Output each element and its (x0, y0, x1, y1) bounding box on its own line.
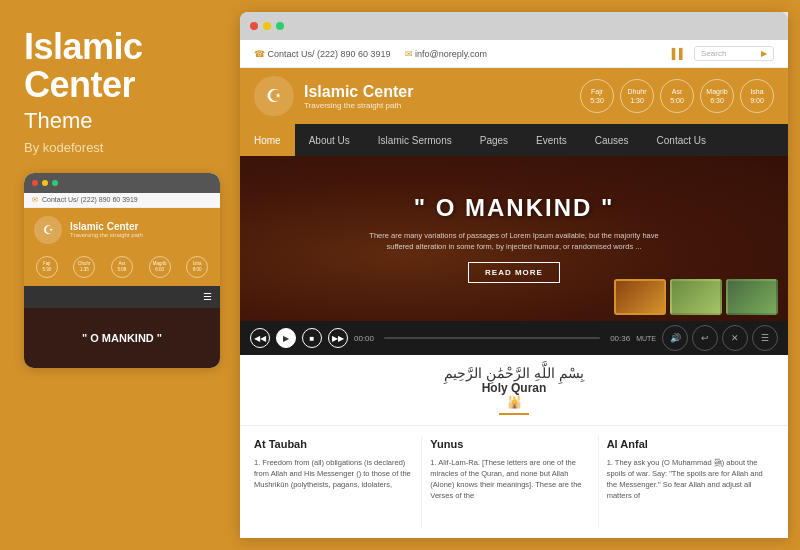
left-title: Islamic Center (24, 28, 216, 104)
search-icon: ▶ (761, 49, 767, 58)
left-subtitle: Theme (24, 108, 216, 134)
mobile-site-name: Islamic Center (70, 221, 143, 232)
audio-close-button[interactable]: ✕ (722, 325, 748, 351)
audio-share-button[interactable]: ↩ (692, 325, 718, 351)
audio-time-start: 00:00 (354, 334, 374, 343)
left-by: By kodeforest (24, 140, 216, 155)
top-bar-left: ☎ Contact Us/ (222) 890 60 3919 ✉ info@n… (254, 49, 487, 59)
mobile-hero: " O MANKIND " (24, 308, 220, 368)
mobile-contact-icon: ✉ (32, 196, 38, 204)
quran-section: بِسْمِ اللَّهِ الرَّحْمَٰنِ الرَّحِيمِ H… (240, 355, 788, 426)
left-panel: Islamic Center Theme By kodeforest ✉ Con… (0, 0, 240, 550)
col-2-text: 1. Alif-Lam-Ra. [These letters are one o… (430, 457, 589, 502)
hero-thumb-3[interactable] (726, 279, 778, 315)
hero-read-more-button[interactable]: READ MORE (468, 262, 560, 283)
mobile-contact-text: Contact Us/ (222) 890 60 3919 (42, 196, 138, 203)
mobile-prayer-isha: Isha8:00 (186, 256, 208, 280)
audio-time-end: 00:36 (610, 334, 630, 343)
audio-stop-button[interactable]: ■ (302, 328, 322, 348)
prayer-magrib: Magrib6:30 (700, 79, 734, 113)
mobile-prayer-magrib: Magrib6:00 (149, 256, 171, 280)
mobile-dot-yellow (42, 180, 48, 186)
quran-underline (499, 413, 529, 415)
nav-sermons[interactable]: Islamic Sermons (364, 124, 466, 156)
mobile-menu-icon: ☰ (203, 291, 212, 302)
content-col-3: Al Anfal 1. They ask you (O Muhammad ﷺ) … (599, 436, 774, 528)
mobile-mockup: ✉ Contact Us/ (222) 890 60 3919 ☪ Islami… (24, 173, 220, 368)
mobile-prayer-times: Fajr5:30 Dhuhr1:35 Asr5:08 Magrib6:00 Is… (24, 252, 220, 286)
nav-causes[interactable]: Causes (581, 124, 643, 156)
audio-next-button[interactable]: ▶▶ (328, 328, 348, 348)
mobile-header: ☪ Islamic Center Traversing the straight… (24, 208, 220, 252)
browser-dot-yellow[interactable] (263, 22, 271, 30)
email-icon: ✉ (405, 49, 413, 59)
mobile-site-info: Islamic Center Traversing the straight p… (70, 221, 143, 238)
mobile-nav-bar: ☰ (24, 286, 220, 308)
col-2-title: Yunus (430, 436, 589, 453)
nav-pages[interactable]: Pages (466, 124, 522, 156)
quran-mosque-icon: 🕌 (250, 395, 778, 409)
col-3-title: Al Anfal (607, 436, 766, 453)
top-bar-email: ✉ info@noreply.com (405, 49, 488, 59)
site-tagline: Traversing the straight path (304, 101, 413, 110)
audio-info-button[interactable]: ☰ (752, 325, 778, 351)
mobile-top-bar (24, 173, 220, 193)
main-nav: Home About Us Islamic Sermons Pages Even… (240, 124, 788, 156)
top-bar-contact: ☎ Contact Us/ (222) 890 60 3919 (254, 49, 391, 59)
browser-chrome (240, 12, 788, 40)
hero-thumb-1[interactable] (614, 279, 666, 315)
mobile-logo: ☪ (34, 216, 62, 244)
col-3-text: 1. They ask you (O Muhammad ﷺ) about the… (607, 457, 766, 502)
mobile-hero-text: " O MANKIND " (82, 332, 162, 344)
hero-thumb-2[interactable] (670, 279, 722, 315)
prayer-fajr: Fajr5:30 (580, 79, 614, 113)
prayer-isha: Isha9:00 (740, 79, 774, 113)
hero-section: " O MANKIND " There are many variations … (240, 156, 788, 321)
mobile-contact-bar: ✉ Contact Us/ (222) 890 60 3919 (24, 193, 220, 208)
search-placeholder: Search (701, 49, 726, 58)
hero-quote: " O MANKIND " (414, 194, 615, 222)
col-1-title: At Taubah (254, 436, 413, 453)
mobile-prayer-dhuhr: Dhuhr1:35 (73, 256, 95, 280)
prayer-asr: Asr5:00 (660, 79, 694, 113)
site-logo: ☪ (254, 76, 294, 116)
mobile-prayer-fajr: Fajr5:30 (36, 256, 58, 280)
col-1-text: 1. Freedom from (all) obligations (is de… (254, 457, 413, 491)
audio-mute-label: MUTE (636, 335, 656, 342)
prayer-dhuhr: Dhuhr1:30 (620, 79, 654, 113)
browser-dot-red[interactable] (250, 22, 258, 30)
content-col-2: Yunus 1. Alif-Lam-Ra. [These letters are… (422, 436, 598, 528)
audio-bar: ◀◀ ▶ ■ ▶▶ 00:00 00:36 MUTE 🔊 ↩ ✕ ☰ (240, 321, 788, 355)
website: ☎ Contact Us/ (222) 890 60 3919 ✉ info@n… (240, 40, 788, 538)
mobile-dot-red (32, 180, 38, 186)
header-logo-area: ☪ Islamic Center Traversing the straight… (254, 76, 413, 116)
mobile-tagline: Traversing the straight path (70, 232, 143, 238)
content-col-1: At Taubah 1. Freedom from (all) obligati… (254, 436, 422, 528)
hero-description: There are many variations of passages of… (364, 230, 664, 253)
mobile-prayer-asr: Asr5:08 (111, 256, 133, 280)
quran-arabic-text: بِسْمِ اللَّهِ الرَّحْمَٰنِ الرَّحِيمِ (250, 365, 778, 381)
nav-events[interactable]: Events (522, 124, 581, 156)
browser-dot-green[interactable] (276, 22, 284, 30)
nav-about[interactable]: About Us (295, 124, 364, 156)
phone-icon: ☎ (254, 49, 265, 59)
nav-home[interactable]: Home (240, 124, 295, 156)
audio-progress-bar[interactable] (384, 337, 600, 339)
audio-play-button[interactable]: ▶ (276, 328, 296, 348)
browser-panel: ☎ Contact Us/ (222) 890 60 3919 ✉ info@n… (240, 12, 788, 538)
mobile-dot-green (52, 180, 58, 186)
audio-volume-button[interactable]: 🔊 (662, 325, 688, 351)
hero-thumbnails (614, 279, 778, 315)
audio-right-controls: 🔊 ↩ ✕ ☰ (662, 325, 778, 351)
top-bar-right: ▌▌ Search ▶ (672, 46, 774, 61)
site-header: ☪ Islamic Center Traversing the straight… (240, 68, 788, 124)
prayer-times-row: Fajr5:30 Dhuhr1:30 Asr5:00 Magrib6:30 Is… (580, 79, 774, 113)
top-bar-social-icons: ▌▌ (672, 48, 686, 59)
nav-contact[interactable]: Contact Us (643, 124, 720, 156)
site-name-area: Islamic Center Traversing the straight p… (304, 83, 413, 110)
quran-label: Holy Quran (250, 381, 778, 395)
site-name: Islamic Center (304, 83, 413, 101)
audio-prev-button[interactable]: ◀◀ (250, 328, 270, 348)
search-box[interactable]: Search ▶ (694, 46, 774, 61)
content-columns: At Taubah 1. Freedom from (all) obligati… (240, 426, 788, 538)
